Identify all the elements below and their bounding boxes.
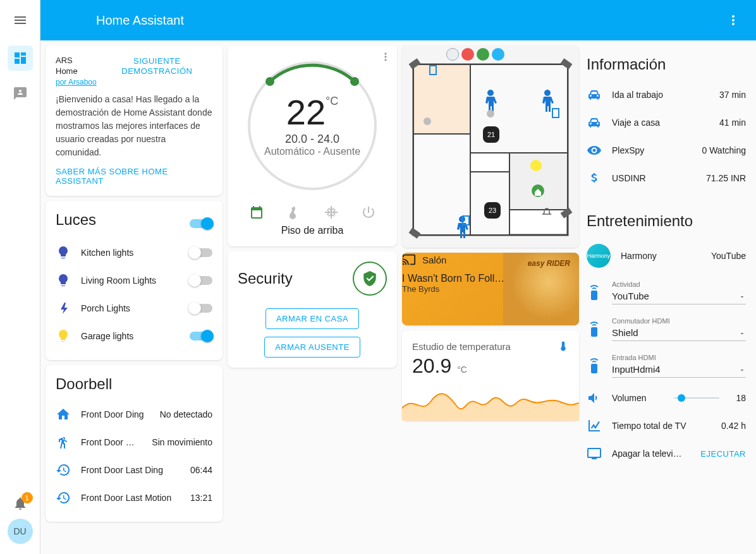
temp-sensor-title: Estudio de temperatura [412,341,511,352]
arm-away-button[interactable]: ARMAR AUSENTE [264,337,360,358]
floor-plan-card[interactable]: 21 23 [402,45,579,248]
thermostat-temp: 22 [286,92,326,132]
power-icon [361,205,376,220]
floor-chip-3[interactable] [477,48,489,61]
light-switch[interactable] [190,276,212,285]
info-value: 0 Watching [702,145,746,155]
volume-label: Volumen [612,393,657,403]
info-row[interactable]: Ida al trabajo 37 min [587,81,746,109]
thermo-mode-cool[interactable] [324,205,339,220]
doorbell-row[interactable]: Front Door … Sin movimiento [56,428,212,456]
chart-line-icon [587,418,602,433]
dashboard-icon [13,51,28,66]
thermostat-card[interactable]: 22°C 20.0 - 24.0 Automático - Ausente Pi… [228,45,397,246]
svg-point-15 [530,160,542,171]
svg-point-14 [424,117,431,125]
hamburger-icon [13,13,28,28]
info-row[interactable]: PlexSpy 0 Watching [587,136,746,164]
welcome-body: ¡Bienvenido a casa! Has llegado a la dem… [56,93,212,159]
ent-select-row: Actividad YouTube [587,274,746,311]
light-switch[interactable] [190,304,212,313]
light-label: Porch Lights [81,303,180,313]
volume-slider[interactable] [674,397,719,399]
floor-plan-icon: 21 23 [402,45,579,248]
info-label: USDINR [612,173,696,183]
ent-select-row: Entrada HDMI InputHdmi4 [587,347,746,384]
thermo-mode-heat[interactable] [286,205,302,220]
info-label: Ida al trabajo [612,90,709,100]
temp-sparkline-icon [402,383,579,421]
app-title: Home Assistant [96,13,184,28]
home-icon [56,407,71,422]
thermometer-icon [558,340,569,352]
ent-select[interactable]: Conmutador HDMI Shield [612,317,746,341]
entertainment-title: Entretenimiento [587,212,746,230]
next-demo-link[interactable]: SIGUIENTE DEMOSTRACIÓN [121,56,192,76]
info-row[interactable]: USDINR 71.25 INR [587,164,746,192]
doorbell-label: Front Door Ding [81,409,150,419]
notifications-button[interactable]: 1 [13,496,28,511]
security-card: Security ARMAR EN CASA ARMAR AUSENTE [228,251,397,368]
doorbell-label: Front Door … [81,437,142,447]
lights-master-switch[interactable] [190,219,212,228]
doorbell-value: Sin movimiento [152,437,212,447]
tv-off-run-button[interactable]: EJECUTAR [700,449,746,459]
floor-chip-1[interactable] [446,48,459,61]
tv-time-value: 0.42 h [721,421,746,431]
harmony-value: YouTube [711,251,746,261]
ent-select[interactable]: Actividad YouTube [612,280,746,304]
temp-sensor-unit: °C [457,364,467,375]
calendar-icon [249,205,264,220]
thermo-mode-schedule[interactable] [249,205,264,220]
sidebar-item-overview[interactable] [8,45,33,71]
volume-icon [587,390,602,406]
car-icon [587,115,602,130]
ent-select-row: Conmutador HDMI Shield [587,311,746,347]
doorbell-value: No detectado [160,409,212,419]
thermo-mode-off[interactable] [361,205,376,220]
ent-select-value: InputHdmi4 [612,361,746,378]
tv-off-row: Apagar la televi… EJECUTAR [587,440,746,467]
info-row[interactable]: Viaje a casa 41 min [587,109,746,136]
history-icon [56,490,71,505]
notification-badge: 1 [21,492,33,503]
doorbell-row[interactable]: Front Door Last Motion 13:21 [56,484,212,512]
light-switch[interactable] [190,332,212,340]
harmony-icon: Harmony [587,244,611,268]
person-chat-icon [13,86,28,101]
flame-icon [286,205,302,220]
temp-sensor-value: 20.9 [412,354,451,377]
snowflake-icon [324,205,339,220]
doorbell-row[interactable]: Front Door Ding No detectado [56,400,212,428]
ent-select[interactable]: Entrada HDMI InputHdmi4 [612,354,746,378]
svg-rect-4 [413,64,470,134]
floor-chip-2[interactable] [461,48,474,61]
ent-select-label: Entrada HDMI [612,354,746,361]
tv-time-row[interactable]: Tiempo total de TV 0.42 h [587,412,746,440]
dots-vertical-icon [726,13,741,28]
remote-icon [587,322,602,337]
info-label: Viaje a casa [612,117,709,128]
cast-icon [402,253,416,267]
car-icon [587,87,602,102]
info-section: Información Ida al trabajo 37 min Viaje … [584,45,748,197]
ent-select-value: Shield [612,325,746,341]
info-value: 41 min [719,117,746,128]
doorbell-row[interactable]: Front Door Last Ding 06:44 [56,456,212,484]
ent-select-label: Conmutador HDMI [612,317,746,325]
learn-more-link[interactable]: SABER MÁS SOBRE HOME ASSISTANT [56,167,212,186]
light-row: Porch Lights [56,294,212,322]
sidebar-item-people[interactable] [8,81,33,106]
harmony-row[interactable]: Harmony Harmony YouTube [587,238,746,274]
menu-button[interactable] [0,0,40,40]
topbar-more-button[interactable] [726,13,741,28]
user-avatar[interactable]: DU [8,519,33,544]
media-player-card[interactable]: easy RIDER Salón I Wasn't Born To Foll… … [402,253,579,325]
floor-chip-4[interactable] [492,48,504,61]
tv-time-label: Tiempo total de TV [612,421,711,431]
welcome-author-link[interactable]: por Arsaboo [56,78,97,87]
arm-home-button[interactable]: ARMAR EN CASA [265,308,359,329]
temperature-sensor-card[interactable]: Estudio de temperatura 20.9 °C [402,330,579,421]
light-switch[interactable] [190,248,212,257]
svg-text:21: 21 [487,131,495,138]
